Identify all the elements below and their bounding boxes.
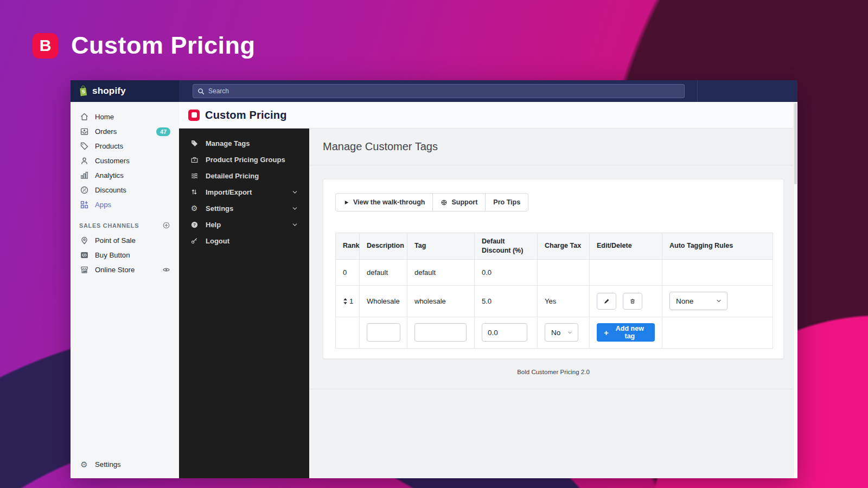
sales-channels-heading: SALES CHANNELS (79, 221, 170, 229)
home-icon (79, 112, 89, 122)
gear-icon: ⚙ (190, 204, 199, 213)
window-scrollbar[interactable] (793, 102, 797, 478)
new-discount-input[interactable] (482, 323, 527, 342)
chevron-down-icon (291, 221, 298, 228)
add-new-tag-button[interactable]: + Add new tag (597, 323, 655, 342)
col-tag: Tag (407, 233, 475, 260)
app-menu-manage-tags[interactable]: Manage Tags (179, 135, 309, 151)
sidebar-item-label: Settings (95, 460, 121, 468)
key-icon (190, 236, 199, 245)
sidebar-item-buy-button[interactable]: Buy Button (71, 248, 179, 262)
sidebar-item-label: Products (95, 142, 123, 150)
app-menu-label: Logout (206, 237, 229, 245)
col-rank: Rank (336, 233, 360, 260)
sidebar-item-label: Orders (95, 127, 117, 136)
new-tag-input[interactable] (414, 323, 467, 342)
play-icon (343, 200, 349, 206)
tags-panel: View the walk-through Support Pro Tips (323, 179, 784, 359)
scrollbar-thumb[interactable] (794, 103, 797, 184)
online-store-icon (79, 265, 89, 275)
page-title: Manage Customer Tags (323, 140, 438, 153)
delete-button[interactable] (623, 293, 642, 310)
topbar-divider (697, 80, 698, 102)
bold-app-logo-icon (188, 110, 200, 121)
col-description: Description (360, 233, 407, 260)
pro-tips-button[interactable]: Pro Tips (485, 193, 528, 211)
col-default-discount: Default Discount (%) (475, 233, 538, 260)
cell-charge-tax: No (538, 317, 590, 348)
sidebar-item-discounts[interactable]: Discounts (71, 183, 179, 197)
add-channel-icon[interactable] (162, 221, 170, 229)
cell-tag: default (407, 259, 475, 285)
sidebar-item-point-of-sale[interactable]: Point of Sale (71, 233, 179, 248)
shopify-bag-icon: S (78, 85, 88, 97)
app-region: Custom Pricing Manage Tags Product Prici… (179, 102, 797, 478)
shopify-sidebar: Home Orders 47 Products Customers (71, 102, 179, 478)
apps-icon (79, 200, 89, 210)
discounts-icon (79, 185, 89, 195)
table-row: 0 default default 0.0 (336, 259, 773, 285)
sidebar-item-online-store[interactable]: Online Store (71, 262, 179, 277)
sidebar-item-analytics[interactable]: Analytics (71, 168, 179, 183)
cell-rank: 1 (336, 285, 360, 317)
sidebar-item-apps[interactable]: Apps (71, 197, 179, 212)
table-header-row: Rank Description Tag Default Discount (%… (336, 233, 773, 260)
edit-button[interactable] (597, 293, 616, 310)
app-title: Custom Pricing (205, 109, 287, 121)
app-menu-help[interactable]: ? Help (179, 216, 309, 233)
charge-tax-value: No (551, 329, 560, 337)
page-head: Manage Customer Tags (309, 129, 797, 165)
cell-description: Wholesale (360, 285, 407, 317)
app-version-footer: Bold Customer Pricing 2.0 (309, 369, 797, 375)
cell-auto-tagging (662, 317, 773, 348)
app-menu-product-pricing-groups[interactable]: Product Pricing Groups (179, 151, 309, 168)
new-description-input[interactable] (367, 323, 400, 342)
customer-tags-table: Rank Description Tag Default Discount (%… (335, 233, 773, 349)
products-tag-icon (79, 142, 89, 151)
chevron-down-icon (291, 205, 298, 212)
app-menu-import-export[interactable]: Import/Export (179, 184, 309, 200)
sidebar-item-orders[interactable]: Orders 47 (71, 124, 179, 139)
walkthrough-button[interactable]: View the walk-through (335, 193, 433, 211)
charge-tax-select[interactable]: No (545, 323, 578, 342)
content-divider (309, 389, 797, 389)
pencil-icon (603, 298, 610, 305)
sidebar-item-customers[interactable]: Customers (71, 153, 179, 168)
search-input[interactable] (208, 87, 680, 95)
cell-rank (336, 317, 360, 348)
cell-actions (590, 285, 662, 317)
auto-tagging-select[interactable]: None (669, 292, 727, 310)
search-box[interactable] (193, 84, 685, 98)
cell-auto-tagging (662, 259, 773, 285)
shopify-logo-zone[interactable]: S shopify (71, 80, 179, 102)
hero-banner: B Custom Pricing (33, 31, 256, 60)
cell-description: default (360, 259, 407, 285)
cell-description (360, 317, 407, 348)
sort-handle-icon[interactable] (343, 298, 348, 305)
chevron-down-icon (716, 298, 722, 304)
gear-icon: ⚙ (79, 460, 89, 470)
support-button[interactable]: Support (432, 193, 486, 211)
view-store-eye-icon[interactable] (162, 266, 170, 274)
app-menu-logout[interactable]: Logout (179, 233, 309, 249)
chevron-down-icon (291, 189, 298, 196)
sidebar-item-home[interactable]: Home (71, 110, 179, 124)
sidebar-item-label: Home (95, 113, 114, 121)
cell-auto-tagging: None (662, 285, 773, 317)
sidebar-item-label: Discounts (95, 186, 126, 194)
shopify-wordmark: shopify (92, 86, 126, 97)
app-menu-label: Import/Export (206, 188, 252, 196)
rank-value: 1 (349, 297, 353, 305)
app-sidebar: Manage Tags Product Pricing Groups Detai… (179, 129, 309, 478)
sidebar-item-label: Analytics (95, 171, 124, 179)
orders-count-badge: 47 (156, 127, 170, 136)
app-menu-detailed-pricing[interactable]: Detailed Pricing (179, 168, 309, 184)
customers-icon (79, 156, 89, 166)
sidebar-item-settings[interactable]: ⚙ Settings (71, 457, 179, 472)
trash-icon (629, 298, 636, 305)
app-menu-settings[interactable]: ⚙ Settings (179, 200, 309, 216)
help-icon: ? (190, 220, 199, 229)
new-tag-row: No + Add new tag (336, 317, 773, 348)
cell-charge-tax: Yes (538, 285, 590, 317)
sidebar-item-products[interactable]: Products (71, 139, 179, 153)
